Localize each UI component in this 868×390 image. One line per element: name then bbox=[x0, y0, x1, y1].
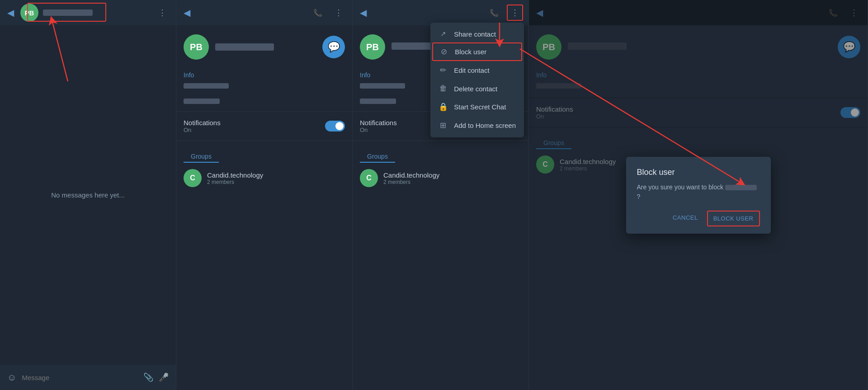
share-icon: ↗ bbox=[439, 30, 448, 38]
dialog-username-blurred bbox=[725, 185, 757, 190]
menu-item-delete-label: Delete contact bbox=[454, 85, 497, 93]
chat-area: No messages here yet... bbox=[0, 25, 176, 365]
delete-icon: 🗑 bbox=[439, 84, 448, 93]
profile-more-button[interactable]: ⋮ bbox=[330, 5, 347, 21]
message-input-bar: ☺ 📎 🎤 bbox=[0, 365, 176, 390]
block-dialog-container: Block user Are you sure you want to bloc… bbox=[529, 0, 868, 390]
divider-1 bbox=[176, 111, 352, 112]
menu-item-home[interactable]: ⊞ Add to Home screen bbox=[430, 116, 524, 135]
home-screen-icon: ⊞ bbox=[439, 121, 448, 130]
group-menu-avatar-0: C bbox=[360, 169, 378, 187]
info-row-2 bbox=[176, 95, 352, 108]
more-button-container: ⋮ bbox=[507, 5, 523, 21]
divider-menu-2 bbox=[353, 141, 528, 141]
message-fab-button[interactable]: 💬 bbox=[322, 36, 345, 58]
group-info-0: Candid.technology 2 members bbox=[207, 171, 263, 185]
notifications-row: Notifications On bbox=[176, 114, 352, 138]
profile-header: ◀ 📞 ⋮ bbox=[176, 0, 352, 25]
profile-call-button[interactable]: 📞 bbox=[310, 5, 326, 21]
more-options-button[interactable]: ⋮ bbox=[154, 5, 170, 21]
menu-item-share-label: Share contact bbox=[454, 30, 496, 38]
menu-item-share[interactable]: ↗ Share contact bbox=[430, 25, 524, 42]
profile-name-blurred bbox=[215, 43, 274, 51]
panel-profile: ◀ 📞 ⋮ PB 💬 Info Notifications bbox=[176, 0, 353, 390]
secret-chat-icon: 🔒 bbox=[439, 102, 448, 112]
info-menu-blurred-2 bbox=[360, 99, 396, 104]
menu-item-edit-label: Edit contact bbox=[454, 66, 489, 74]
group-menu-name-0: Candid.technology bbox=[383, 171, 439, 179]
no-messages-text: No messages here yet... bbox=[51, 191, 125, 199]
profile-name bbox=[215, 43, 316, 51]
dialog-block-button[interactable]: BLOCK USER bbox=[707, 211, 760, 226]
profile-menu-avatar[interactable]: PB bbox=[360, 34, 385, 60]
notifications-toggle[interactable] bbox=[325, 121, 345, 132]
notif-menu-status: On bbox=[360, 127, 397, 133]
header-name bbox=[43, 9, 150, 16]
groups-menu-header-wrapper: Groups bbox=[353, 144, 528, 165]
group-menu-info-0: Candid.technology 2 members bbox=[383, 171, 439, 185]
groups-menu-section-label: Groups bbox=[360, 148, 395, 163]
menu-item-edit[interactable]: ✏ Edit contact bbox=[430, 61, 524, 80]
menu-item-home-label: Add to Home screen bbox=[454, 122, 516, 129]
groups-section-label: Groups bbox=[184, 148, 219, 163]
group-item-0[interactable]: C Candid.technology 2 members bbox=[176, 165, 352, 191]
back-button[interactable]: ◀ bbox=[5, 5, 16, 20]
notif-menu-left: Notifications On bbox=[360, 119, 397, 133]
info-blurred-2 bbox=[184, 99, 220, 104]
profile-name-block bbox=[215, 43, 316, 51]
profile-avatar[interactable]: PB bbox=[184, 34, 209, 60]
context-menu: ↗ Share contact ⊘ Block user ✏ Edit cont… bbox=[430, 23, 524, 137]
profile-menu-header: ◀ 📞 ⋮ bbox=[353, 0, 528, 25]
edit-icon: ✏ bbox=[439, 66, 448, 75]
panel-block-dialog: ◀ 📞 ⋮ PB 💬 Info bbox=[529, 0, 868, 390]
notif-label: Notifications bbox=[184, 119, 221, 127]
attach-button[interactable]: 📎 bbox=[143, 372, 153, 382]
dialog-text: Are you sure you want to block ? bbox=[637, 183, 760, 202]
profile-menu-back-button[interactable]: ◀ bbox=[358, 5, 368, 20]
menu-item-secret[interactable]: 🔒 Start Secret Chat bbox=[430, 98, 524, 116]
info-menu-blurred-1 bbox=[360, 83, 405, 89]
block-user-dialog: Block user Are you sure you want to bloc… bbox=[626, 157, 771, 234]
profile-top: PB 💬 bbox=[176, 25, 352, 67]
dialog-actions: CANCEL BLOCK USER bbox=[637, 211, 760, 226]
groups-header-wrapper: Groups bbox=[176, 144, 352, 165]
panel-chat: ◀ PB ⋮ No messages here yet... ☺ 📎 🎤 bbox=[0, 0, 176, 390]
notif-left: Notifications On bbox=[184, 119, 221, 133]
notif-status: On bbox=[184, 127, 221, 133]
group-name-0: Candid.technology bbox=[207, 171, 263, 179]
divider-2 bbox=[176, 141, 352, 141]
dialog-cancel-button[interactable]: CANCEL bbox=[667, 211, 703, 226]
message-input[interactable] bbox=[22, 374, 138, 381]
user-name-blurred bbox=[43, 9, 93, 16]
dialog-text-prefix: Are you sure you want to block bbox=[637, 183, 723, 191]
profile-identity-row: PB 💬 bbox=[184, 34, 345, 60]
notif-menu-label: Notifications bbox=[360, 119, 397, 127]
mic-button[interactable]: 🎤 bbox=[159, 372, 169, 382]
block-icon: ⊘ bbox=[439, 47, 448, 56]
menu-item-secret-label: Start Secret Chat bbox=[454, 103, 506, 111]
info-row-1 bbox=[176, 80, 352, 95]
avatar[interactable]: PB bbox=[20, 4, 38, 22]
message-fab-icon: 💬 bbox=[328, 41, 340, 53]
dialog-text-suffix: ? bbox=[637, 193, 641, 200]
emoji-button[interactable]: ☺ bbox=[7, 372, 16, 383]
group-members-0: 2 members bbox=[207, 179, 263, 185]
chat-header: ◀ PB ⋮ bbox=[0, 0, 176, 25]
profile-menu-call-button[interactable]: 📞 bbox=[486, 5, 502, 21]
group-menu-members-0: 2 members bbox=[383, 179, 439, 185]
menu-item-block-label: Block user bbox=[455, 48, 486, 56]
group-avatar-0: C bbox=[184, 169, 202, 187]
profile-back-button[interactable]: ◀ bbox=[182, 5, 192, 20]
group-menu-item-0[interactable]: C Candid.technology 2 members bbox=[353, 165, 528, 191]
menu-item-block[interactable]: ⊘ Block user bbox=[432, 42, 522, 61]
header-name-block bbox=[43, 9, 150, 16]
info-section-label: Info bbox=[176, 67, 352, 80]
menu-item-delete[interactable]: 🗑 Delete contact bbox=[430, 80, 524, 98]
info-blurred-1 bbox=[184, 83, 229, 89]
profile-menu-more-button[interactable]: ⋮ bbox=[507, 5, 523, 21]
panel-profile-menu: ◀ 📞 ⋮ PB Info Notifications On bbox=[353, 0, 529, 390]
dialog-title: Block user bbox=[637, 168, 760, 177]
